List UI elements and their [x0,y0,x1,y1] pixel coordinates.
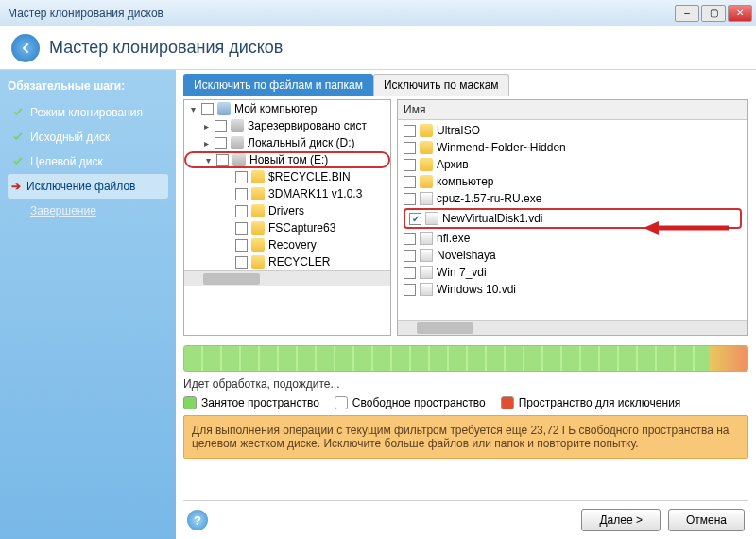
checkbox[interactable] [404,176,416,188]
list-item[interactable]: Noveishaya [400,247,746,264]
swatch-green-icon [183,396,197,409]
tree-item[interactable]: 3DMARK11 v1.0.3 [184,185,390,202]
expand-icon[interactable]: ▸ [201,121,211,131]
list-item[interactable]: UltraISO [400,122,746,139]
check-icon [11,155,25,168]
tree-label: Мой компьютер [234,102,317,115]
checkbox[interactable] [404,159,416,171]
step-label: Исходный диск [30,130,110,144]
legend-label: Свободное пространство [352,396,486,409]
tree-item[interactable]: Recovery [184,236,390,253]
folder-tree[interactable]: ▾ Мой компьютер ▸ Зарезервировано сист ▸… [183,99,391,336]
tree-root[interactable]: ▾ Мой компьютер [184,100,390,117]
tree-label: Зарезервировано сист [248,119,367,132]
check-icon [11,106,25,119]
help-button[interactable]: ? [187,510,208,530]
footer: ? Далее > Отмена [183,500,748,531]
step-source-disk[interactable]: Исходный диск [8,125,168,149]
list-item[interactable]: Windows 10.vdi [400,281,746,298]
step-label: Исключение файлов [26,180,135,193]
tree-item-selected[interactable]: ▾ Новый том (E:) [184,151,390,168]
next-button[interactable]: Далее > [581,509,661,531]
expand-icon[interactable]: ▸ [201,138,211,148]
list-item[interactable]: Winmend~Folder~Hidden [400,139,746,156]
tree-item[interactable]: FSCapture63 [184,219,390,236]
progress-bar [183,345,748,372]
minimize-button[interactable]: – [675,5,699,22]
checkbox[interactable] [235,205,248,217]
tree-item[interactable]: RECYCLER [184,253,390,270]
checkbox[interactable] [235,256,248,269]
tree-label: Recovery [268,238,317,252]
checkbox[interactable] [404,193,416,205]
checkbox[interactable] [235,188,248,200]
horizontal-scrollbar[interactable] [398,320,747,335]
legend-label: Пространство для исключения [519,396,681,409]
checkbox[interactable] [404,267,416,279]
tab-exclude-by-masks[interactable]: Исключить по маскам [373,74,509,96]
horizontal-scrollbar[interactable] [184,270,390,286]
drive-icon [231,119,244,132]
cancel-button[interactable]: Отмена [668,509,745,531]
checkbox-checked[interactable] [409,213,421,225]
step-finish[interactable]: Завершение [8,199,168,223]
folder-icon [251,238,265,252]
file-icon [425,212,438,225]
arrow-left-icon [18,41,33,56]
folder-icon [420,175,433,188]
scrollbar-thumb[interactable] [203,273,260,285]
maximize-button[interactable]: ▢ [701,5,726,22]
checkbox[interactable] [404,250,416,262]
tree-label: FSCapture63 [268,221,335,235]
folder-icon [251,170,265,183]
tree-label: 3DMARK11 v1.0.3 [268,187,362,200]
checkbox[interactable] [404,142,416,154]
window-title: Мастер клонирования дисков [4,7,675,20]
column-header-name[interactable]: Имя [398,100,747,120]
tree-item[interactable]: ▸ Локальный диск (D:) [184,134,390,151]
scrollbar-thumb[interactable] [417,322,473,334]
collapse-icon[interactable]: ▾ [203,155,213,165]
tree-label: RECYCLER [268,255,330,269]
close-button[interactable]: ✕ [728,5,752,22]
checkbox[interactable] [201,103,214,115]
item-label: UltraISO [437,124,480,137]
swatch-red-icon [501,396,514,409]
item-label: Winmend~Folder~Hidden [437,141,566,154]
tree-item[interactable]: $RECYCLE.BIN [184,168,390,185]
checkbox[interactable] [404,284,416,296]
tree-item[interactable]: ▸ Зарезервировано сист [184,117,390,134]
checkbox[interactable] [404,233,416,245]
step-label: Режим клонирования [30,106,143,119]
list-body: UltraISO Winmend~Folder~Hidden Архив ком… [398,120,747,300]
list-item[interactable]: Win 7_vdi [400,264,746,281]
file-list[interactable]: Имя UltraISO Winmend~Folder~Hidden Архив… [397,99,748,336]
tab-exclude-by-files[interactable]: Исключить по файлам и папкам [183,74,373,96]
checkbox[interactable] [215,137,227,149]
arrow-right-icon: ➔ [11,180,21,193]
page-title: Мастер клонирования дисков [49,38,283,58]
folder-icon [420,141,433,154]
back-button[interactable] [11,34,40,62]
collapse-icon[interactable]: ▾ [188,104,198,114]
tree-label: Новый том (E:) [249,153,328,166]
list-item[interactable]: Архив [400,156,746,173]
checkbox[interactable] [235,222,248,235]
list-item[interactable]: компьютер [400,173,746,190]
item-label: Noveishaya [437,249,496,262]
list-item[interactable]: cpuz-1.57-ru-RU.exe [400,190,746,207]
file-icon [420,232,433,245]
checkbox[interactable] [235,239,248,252]
step-clone-mode[interactable]: Режим клонирования [8,100,168,125]
step-exclude-files[interactable]: ➔ Исключение файлов [8,174,168,199]
checkbox[interactable] [404,125,416,137]
file-icon [420,249,433,262]
step-target-disk[interactable]: Целевой диск [8,149,168,174]
step-label: Целевой диск [30,155,103,168]
checkbox[interactable] [215,120,227,132]
item-label: cpuz-1.57-ru-RU.exe [437,192,541,205]
checkbox[interactable] [216,154,229,166]
tree-item[interactable]: Drivers [184,202,390,219]
wizard-header: Мастер клонирования дисков [0,26,756,70]
checkbox[interactable] [235,171,248,183]
